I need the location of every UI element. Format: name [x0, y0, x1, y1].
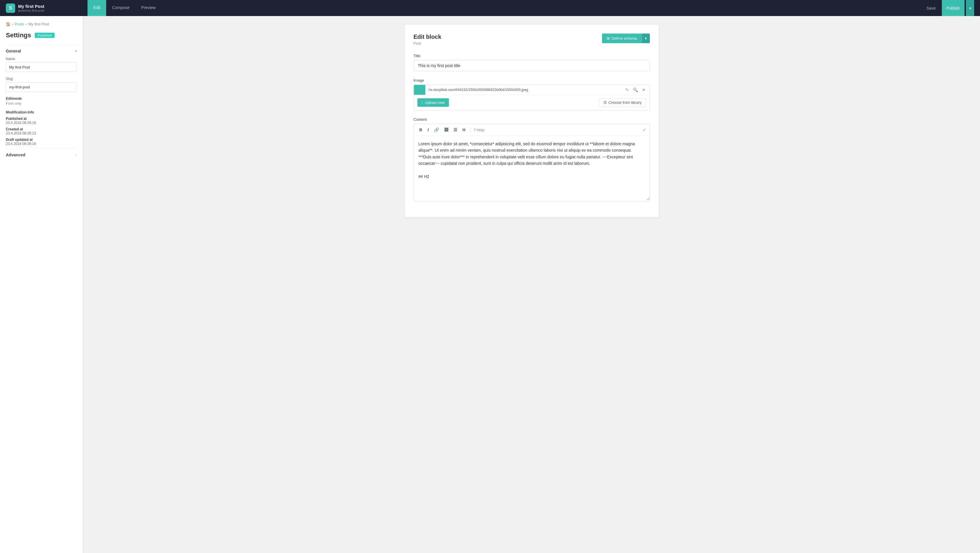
toolbar-list-button[interactable]: ☰ [452, 126, 460, 133]
title-field-group: Title [414, 54, 650, 71]
app-subtitle: posts/my-first-post [18, 9, 45, 12]
slug-label: Slug [6, 77, 77, 81]
save-button[interactable]: Save [922, 3, 940, 13]
image-edit-button[interactable]: ✎ [624, 86, 631, 93]
draft-updated-item: Draft updated at 23.4.2018 08:39:18 [6, 138, 77, 146]
toolbar-separator [470, 127, 470, 132]
editor-expand-button[interactable]: ⤢ [643, 127, 646, 132]
edit-block-header: Edit block Post ⊞ Define schema ▾ [414, 33, 650, 46]
settings-header: Settings Published [6, 32, 77, 39]
toolbar-italic-button[interactable]: I [426, 126, 431, 133]
image-buttons-row: ↑ Upload new ☰ Choose from library [414, 95, 649, 110]
edit-block-title: Edit block [414, 33, 442, 40]
logo-icon: S [6, 3, 15, 13]
editor-toolbar: B I 🔗 🖼 ☰ H ? Help ⤢ [414, 124, 649, 136]
editmode-label: Editmode [6, 97, 77, 101]
app-title-block: My first Post posts/my-first-post [18, 4, 45, 12]
draft-updated-label: Draft updated at [6, 138, 77, 142]
advanced-section-header[interactable]: Advanced › [6, 148, 77, 161]
toolbar-help-button[interactable]: ? Help [474, 128, 484, 132]
published-badge: Published [35, 33, 54, 38]
published-at-item: Published at 23.4.2018 08:39:18 [6, 117, 77, 125]
publish-dropdown-button[interactable]: ▾ [966, 0, 974, 16]
image-search-button[interactable]: 🔍 [631, 86, 640, 93]
slug-field-group: Slug [6, 77, 77, 92]
name-label: Name [6, 57, 77, 61]
top-navigation: S My first Post posts/my-first-post Edit… [0, 0, 980, 16]
sidebar: 🏠 › Posts › My first Post Settings Publi… [0, 16, 83, 553]
slug-input[interactable] [6, 82, 77, 92]
image-url-input[interactable] [426, 86, 624, 94]
advanced-section-title: Advanced [6, 153, 25, 157]
draft-updated-value: 23.4.2018 08:39:18 [6, 142, 77, 146]
upload-new-button[interactable]: ↑ Upload new [417, 98, 449, 107]
created-at-label: Created at [6, 127, 77, 131]
edit-block-panel: Edit block Post ⊞ Define schema ▾ Title [405, 25, 659, 217]
app-title: My first Post [18, 4, 45, 9]
image-clear-button[interactable]: ✕ [640, 86, 647, 93]
schema-icon: ⊞ [607, 36, 610, 41]
toolbar-link-button[interactable]: 🔗 [432, 126, 441, 133]
image-thumbnail [414, 85, 426, 95]
logo-area: S My first Post posts/my-first-post [6, 3, 88, 13]
created-at-value: 23.4.2018 08:35:13 [6, 131, 77, 135]
editmode-field-group: Editmode Form only [6, 97, 77, 106]
content-field-group: Content B I 🔗 🖼 ☰ H ? Help [414, 117, 650, 201]
edit-block-title-block: Edit block Post [414, 33, 442, 46]
breadcrumb-home-icon[interactable]: 🏠 [6, 22, 11, 26]
breadcrumb-separator-2: › [25, 22, 27, 26]
settings-title: Settings [6, 32, 31, 39]
published-at-label: Published at [6, 117, 77, 121]
define-schema-dropdown-button[interactable]: ▾ [642, 33, 650, 43]
general-section-header[interactable]: General ▾ [6, 45, 77, 57]
name-input[interactable] [6, 62, 77, 72]
content-textarea[interactable]: Lorem ipsum dolor sit amet, *consectetur… [414, 136, 649, 200]
breadcrumb-posts-link[interactable]: Posts [14, 22, 24, 26]
image-action-buttons: ✎ 🔍 ✕ [624, 86, 649, 93]
main-layout: 🏠 › Posts › My first Post Settings Publi… [0, 0, 980, 553]
modification-info-section: Modification-Info Published at 23.4.2018… [6, 110, 77, 146]
breadcrumb-separator-1: › [12, 22, 13, 26]
title-input[interactable] [414, 60, 650, 71]
choose-from-library-button[interactable]: ☰ Choose from library [599, 98, 646, 107]
general-section-arrow-icon: ▾ [75, 49, 77, 53]
image-url-row: ✎ 🔍 ✕ [414, 85, 649, 95]
content-area: Edit block Post ⊞ Define schema ▾ Title [83, 16, 980, 553]
created-at-item: Created at 23.4.2018 08:35:13 [6, 127, 77, 135]
edit-block-subtitle: Post [414, 41, 442, 46]
help-icon: ? [474, 128, 476, 132]
mod-info-title: Modification-Info [6, 110, 77, 114]
published-at-value: 23.4.2018 08:39:18 [6, 121, 77, 125]
tab-compose[interactable]: Compose [106, 0, 135, 16]
breadcrumb: 🏠 › Posts › My first Post [6, 22, 77, 26]
image-field-group: Image ✎ 🔍 ✕ ↑ Upload n [414, 78, 650, 110]
tab-edit[interactable]: Edit [88, 0, 106, 16]
general-section-title: General [6, 49, 21, 53]
define-schema-button[interactable]: ⊞ Define schema [602, 33, 642, 43]
upload-icon: ↑ [422, 100, 423, 105]
library-icon: ☰ [603, 100, 607, 105]
image-field-label: Image [414, 78, 650, 83]
tab-preview[interactable]: Preview [135, 0, 162, 16]
toolbar-bold-button[interactable]: B [417, 126, 425, 133]
title-field-label: Title [414, 54, 650, 58]
advanced-section-arrow-icon: › [76, 153, 77, 157]
editmode-value: Form only [6, 102, 77, 106]
nav-tabs: Edit Compose Preview [88, 0, 162, 16]
image-field: ✎ 🔍 ✕ ↑ Upload new ☰ Choose from library [414, 84, 650, 110]
publish-button[interactable]: Publish [942, 0, 964, 16]
content-field-label: Content [414, 117, 650, 122]
toolbar-image-button[interactable]: 🖼 [442, 126, 450, 133]
name-field-group: Name [6, 57, 77, 72]
nav-right: Save Publish ▾ [922, 0, 974, 16]
define-schema-button-group: ⊞ Define schema ▾ [602, 33, 650, 43]
toolbar-heading-button[interactable]: H [461, 126, 468, 133]
breadcrumb-current: My first Post [28, 22, 49, 26]
content-editor: B I 🔗 🖼 ☰ H ? Help ⤢ Lorem ipsum dolor [414, 124, 650, 201]
